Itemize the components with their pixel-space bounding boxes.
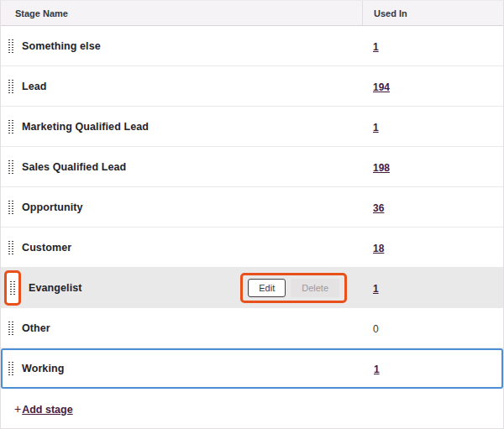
add-stage-link[interactable]: + Add stage xyxy=(14,402,73,416)
stage-name: Evangelist xyxy=(29,282,82,294)
used-in-link[interactable]: 1 xyxy=(373,122,379,133)
stage-name: Something else xyxy=(22,40,101,52)
table-row[interactable]: Customer 18 xyxy=(1,228,503,268)
lifecycle-stages-table: Stage Name Used In Something else 1 Lead… xyxy=(0,0,504,429)
drag-handle-icon[interactable] xyxy=(8,361,14,376)
table-row-working-selected[interactable]: Working 1 xyxy=(1,348,503,389)
column-header-stage-name: Stage Name xyxy=(1,8,362,18)
drag-handle-icon[interactable] xyxy=(9,280,16,296)
table-header: Stage Name Used In xyxy=(1,1,503,26)
stage-name: Marketing Qualified Lead xyxy=(22,121,149,133)
table-row[interactable]: Sales Qualified Lead 198 xyxy=(1,147,503,187)
add-stage-label: Add stage xyxy=(22,404,72,416)
drag-handle-icon[interactable] xyxy=(8,39,14,54)
table-row[interactable]: Lead 194 xyxy=(1,66,503,107)
drag-handle-icon[interactable] xyxy=(8,240,14,255)
drag-handle-icon[interactable] xyxy=(8,119,14,134)
column-header-used-in: Used In xyxy=(362,1,503,25)
used-in-link[interactable]: 1 xyxy=(373,283,379,295)
edit-button[interactable]: Edit xyxy=(248,279,286,297)
stage-name: Other xyxy=(22,322,50,334)
stage-name: Lead xyxy=(22,81,47,92)
annotation-box-drag-handle xyxy=(4,270,21,306)
drag-handle-icon[interactable] xyxy=(8,160,14,175)
drag-handle-icon[interactable] xyxy=(8,200,14,215)
drag-handle-icon[interactable] xyxy=(8,321,14,336)
table-row[interactable]: Opportunity 36 xyxy=(1,187,503,228)
table-row[interactable]: Marketing Qualified Lead 1 xyxy=(1,107,503,147)
table-row-evangelist-hovered[interactable]: Evangelist Edit Delete 1 xyxy=(1,268,503,308)
used-in-link[interactable]: 36 xyxy=(373,202,384,214)
add-stage-row: + Add stage xyxy=(1,389,503,429)
table-row[interactable]: Other 0 xyxy=(1,308,503,348)
used-in-link[interactable]: 1 xyxy=(374,364,380,375)
stage-name: Working xyxy=(22,363,64,374)
stage-name: Customer xyxy=(22,242,71,254)
delete-button: Delete xyxy=(291,279,339,297)
used-in-link[interactable]: 18 xyxy=(373,243,384,254)
annotation-box-row-actions: Edit Delete xyxy=(240,273,347,303)
used-in-link[interactable]: 1 xyxy=(373,41,379,53)
stage-name: Opportunity xyxy=(22,201,83,213)
used-in-value: 0 xyxy=(373,323,379,335)
table-row[interactable]: Something else 1 xyxy=(1,26,503,66)
plus-icon: + xyxy=(14,402,21,416)
used-in-link[interactable]: 194 xyxy=(373,81,390,93)
stage-name: Sales Qualified Lead xyxy=(22,161,126,173)
drag-handle-icon[interactable] xyxy=(8,79,14,94)
used-in-link[interactable]: 198 xyxy=(373,162,390,174)
